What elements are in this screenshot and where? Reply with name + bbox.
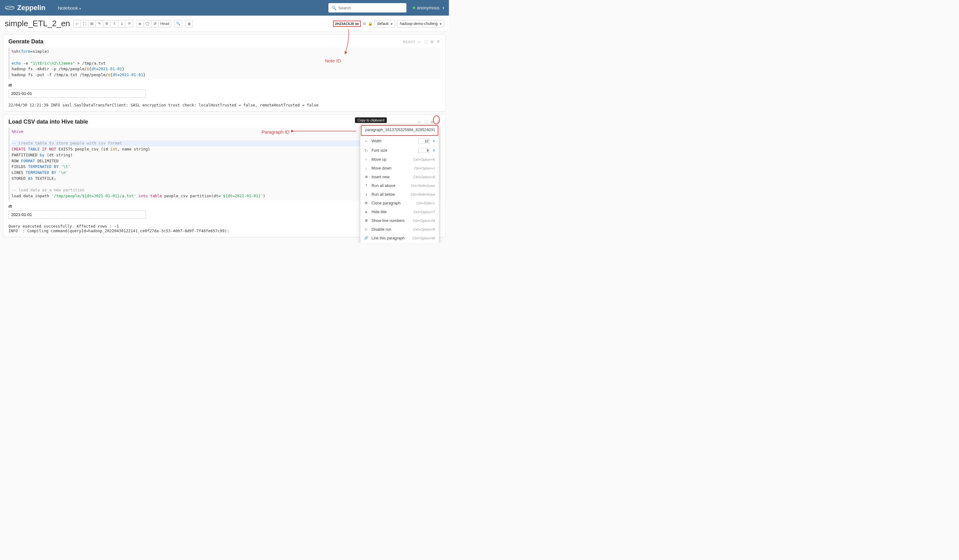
menu-label: Run all below	[371, 192, 408, 197]
dt-input[interactable]	[8, 89, 146, 98]
menu-item-move-up[interactable]: ↑Move upCtrl+Option+K	[360, 155, 439, 164]
paragraph-load-csv: Copy to clipboard Paragraph ID Load CSV …	[3, 115, 446, 237]
menu-shortcut: Ctrl+Option+W	[413, 236, 435, 240]
user-menu[interactable]: anonymous ▾	[413, 5, 444, 10]
menu-icon: ⇣	[364, 192, 368, 196]
export-button[interactable]: ⇩	[111, 20, 118, 27]
dt-input[interactable]	[8, 210, 146, 219]
run-paragraph-button[interactable]: ▷	[417, 119, 422, 124]
menu-item-width[interactable]: ↔Width⇅	[360, 137, 439, 146]
run-paragraph-button[interactable]: ▷	[417, 40, 422, 44]
menu-item-run-all-below[interactable]: ⇣Run all belowCtrl+Shift+Enter	[360, 190, 439, 199]
brand-text: Zeppelin	[17, 4, 45, 12]
note-id-display[interactable]: 2H23AC6J8 ⌨	[333, 21, 361, 27]
menu-icon: ▷	[364, 227, 368, 231]
search-input[interactable]	[338, 6, 403, 10]
commit-button[interactable]: 🗎	[136, 20, 144, 27]
dt-label: dt	[8, 83, 440, 88]
menu-shortcut: Ctrl+Option+T	[414, 210, 435, 214]
menu-shortcut: Ctrl+Shift+Enter	[411, 184, 435, 188]
caret-down-icon: ▾	[79, 7, 81, 10]
zeppelin-icon	[5, 4, 15, 11]
menu-label: Move up	[371, 158, 410, 162]
menu-item-insert-new[interactable]: ⊕Insert newCtrl+Option+B	[360, 173, 439, 181]
caret-down-icon: ▾	[440, 22, 441, 25]
menu-shortcut: Ctrl+Shift+C	[416, 201, 435, 205]
paragraph-title[interactable]: Genrate Data	[8, 38, 43, 45]
menu-label: Show line numbers	[371, 218, 409, 223]
menu-item-disable-run[interactable]: ▷Disable runCtrl+Option+R	[360, 225, 439, 234]
notebook-dropdown[interactable]: Notebook▾	[58, 5, 81, 11]
hide-editor-button[interactable]: ⛶	[424, 40, 428, 44]
menu-item-font-size[interactable]: T↕Font size⇅	[360, 146, 439, 155]
menu-label: Font size	[371, 148, 415, 153]
revision-button[interactable]: ◯	[144, 20, 151, 27]
search-box[interactable]: 🔍	[328, 3, 406, 13]
stepper-icon[interactable]: ⇅	[433, 140, 435, 143]
navbar: Zeppelin Notebook▾ 🔍 anonymous ▾	[0, 0, 449, 16]
menu-icon: ↔	[364, 139, 368, 143]
clear-output-button[interactable]: ✎	[96, 20, 104, 27]
menu-label: Hide title	[371, 210, 411, 214]
show-hide-code-button[interactable]: ⛶	[81, 20, 88, 27]
hide-editor-button[interactable]: ⛶	[424, 119, 428, 124]
settings-button[interactable]: ⚙	[436, 40, 440, 44]
menu-icon: 🔗	[364, 236, 368, 240]
code-editor[interactable]: %sh(form=simple) echo -e "1\tEric\n2\tJa…	[8, 48, 440, 79]
menu-icon: T↕	[364, 149, 368, 152]
menu-input[interactable]	[418, 138, 430, 143]
paragraph-output: 22/04/30 12:21:39 INFO sasl.SaslDataTran…	[8, 103, 440, 107]
cluster-select[interactable]: hadoop-demo-chufeng ▾	[397, 20, 444, 27]
menu-item-hide-title[interactable]: AHide titleCtrl+Option+T	[360, 208, 439, 216]
default-layout-select[interactable]: default ▾	[374, 20, 395, 27]
menu-shortcut: Ctrl+Option+B	[413, 175, 435, 179]
menu-label: Link this paragraph	[371, 236, 409, 240]
menu-shortcut: Ctrl+Option+M	[413, 219, 435, 223]
menu-item-clone-paragraph[interactable]: ⧉Clone paragraphCtrl+Shift+C	[360, 199, 439, 208]
run-controls: ▷ ⛶ ▤ ✎ ⧉ ⇩ ⤓ ⟳	[73, 20, 133, 27]
compare-button[interactable]: ⇄	[151, 20, 159, 27]
menu-label: Clone paragraph	[371, 201, 413, 205]
search-icon: 🔍	[331, 6, 336, 10]
note-toolbar: simple_ETL_2_en ▷ ⛶ ▤ ✎ ⧉ ⇩ ⤓ ⟳ 🗎 ◯ ⇄ He…	[0, 16, 449, 32]
hide-output-button[interactable]: ▤	[430, 40, 434, 44]
keyboard-icon: ⌨	[355, 22, 359, 25]
gear-highlight	[433, 116, 440, 124]
note-title[interactable]: simple_ETL_2_en	[5, 19, 70, 29]
menu-label: Width	[371, 139, 415, 143]
paragraph-title[interactable]: Load CSV data into Hive table	[8, 119, 88, 125]
paragraph-genrate-data: Genrate Data READY ▷ ⛶ ▤ ⚙ %sh(form=simp…	[3, 34, 446, 111]
caret-down-icon: ▾	[443, 6, 444, 10]
search-note-button[interactable]: 🔍	[174, 20, 182, 27]
menu-item-move-down[interactable]: ↓Move downCtrl+Option+J	[360, 164, 439, 173]
menu-icon: ⊕	[364, 175, 368, 179]
reload-button[interactable]: ⟳	[126, 20, 133, 27]
menu-item-show-line-numbers[interactable]: ≣Show line numbersCtrl+Option+M	[360, 216, 439, 225]
note-content: Genrate Data READY ▷ ⛶ ▤ ⚙ %sh(form=simp…	[0, 32, 449, 243]
stepper-icon[interactable]: ⇅	[433, 149, 435, 152]
head-button[interactable]: Head	[159, 20, 171, 27]
brand-logo[interactable]: Zeppelin	[5, 4, 45, 12]
caret-down-icon: ▾	[391, 22, 392, 25]
note-id-annotation: Note ID	[325, 58, 341, 64]
menu-icon: A	[364, 210, 368, 214]
menu-label: Run all above	[371, 183, 408, 188]
paragraph-id-display[interactable]: paragraph_1613705325984_828524031	[362, 126, 438, 135]
lock-icon[interactable]: 🔒	[368, 22, 373, 26]
menu-shortcut: Ctrl+Option+J	[414, 166, 435, 170]
clone-note-button[interactable]: ⧉	[104, 20, 111, 27]
paragraph-controls: READY ▷ ⛶ ▤ ⚙	[403, 40, 440, 44]
trash-button[interactable]: 🗑	[185, 20, 193, 27]
menu-input[interactable]	[418, 148, 430, 153]
paragraph-settings-menu: paragraph_1613705325984_828524031 ↔Width…	[360, 124, 439, 243]
gear-icon[interactable]: ⚙	[363, 22, 366, 26]
status-dot-icon	[413, 6, 415, 9]
download-button[interactable]: ⤓	[118, 20, 126, 27]
menu-item-run-all-above[interactable]: ⇡Run all aboveCtrl+Shift+Enter	[360, 181, 439, 190]
menu-item-link-this-paragraph[interactable]: 🔗Link this paragraphCtrl+Option+W	[360, 234, 439, 243]
show-hide-output-button[interactable]: ▤	[88, 20, 96, 27]
run-all-button[interactable]: ▷	[73, 20, 81, 27]
menu-shortcut: Ctrl+Option+R	[413, 228, 435, 231]
menu-icon: ⧉	[364, 201, 368, 205]
menu-icon: ⇡	[364, 183, 368, 188]
